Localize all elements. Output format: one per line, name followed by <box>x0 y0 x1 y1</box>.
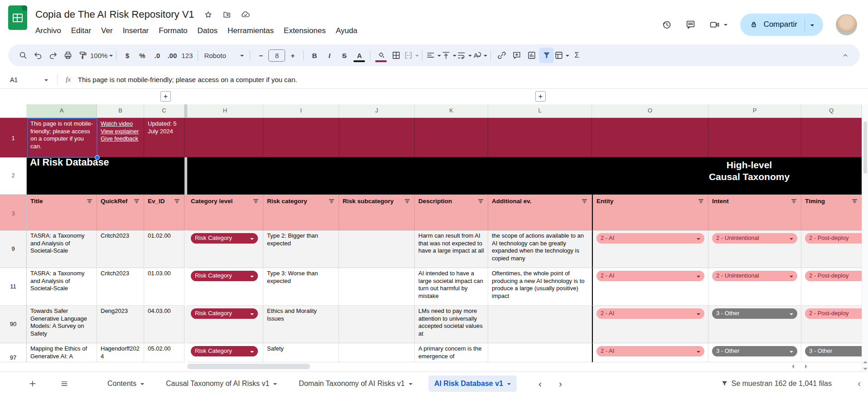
entity-chip[interactable]: 2 - AI <box>596 346 704 356</box>
cell-title[interactable]: TASRA: a Taxonomy and Analysis of Societ… <box>27 268 97 306</box>
font-size-input[interactable]: 8 <box>268 49 285 62</box>
insert-chart-button[interactable] <box>524 48 539 63</box>
share-button[interactable]: Compartir <box>740 14 823 36</box>
name-box-caret-icon[interactable] <box>44 79 48 83</box>
row-header-97[interactable]: 97 <box>0 343 27 362</box>
scroll-left-icon[interactable] <box>790 364 794 369</box>
filter-status[interactable]: Se muestran 162 de 1,041 filas <box>721 380 832 388</box>
cell-additional-ev[interactable]: Oftentimes, the whole point of producing… <box>488 268 592 306</box>
scroll-up-icon[interactable] <box>863 359 868 363</box>
comments-icon[interactable] <box>685 19 696 30</box>
menu-extensiones[interactable]: Extensiones <box>280 24 330 37</box>
horizontal-align-button[interactable] <box>426 48 441 63</box>
zoom-select[interactable]: 100% <box>90 48 113 63</box>
bold-button[interactable]: B <box>307 48 322 63</box>
filter-list-icon[interactable] <box>698 198 704 205</box>
row-header-3[interactable]: 3 <box>0 195 27 230</box>
cell-k1[interactable] <box>415 118 488 157</box>
tab-caret-icon[interactable] <box>273 383 277 387</box>
cell-q1[interactable] <box>801 118 862 157</box>
next-sheet-icon[interactable]: › <box>559 378 562 389</box>
cell-intent[interactable]: 2 - Unintentional <box>708 230 801 268</box>
tab-caret-icon[interactable] <box>409 383 412 387</box>
intent-chip[interactable]: 3 - Other <box>712 308 797 319</box>
header-title[interactable]: Title <box>27 195 97 230</box>
cell-description[interactable]: AI intended to have a large societal imp… <box>415 268 488 306</box>
row-header-1[interactable]: 1 <box>0 118 27 157</box>
entity-chip[interactable]: 2 - AI <box>596 308 704 319</box>
column-header-q[interactable]: Q <box>801 104 862 118</box>
menu-archivo[interactable]: Archivo <box>31 24 65 37</box>
version-history-icon[interactable] <box>661 19 672 30</box>
sheets-logo[interactable] <box>8 5 27 30</box>
functions-button[interactable]: Σ <box>569 48 584 63</box>
menu-insertar[interactable]: Insertar <box>119 24 153 37</box>
cloud-saved-icon[interactable] <box>241 10 250 20</box>
cell-category-level[interactable]: Risk Category <box>187 306 263 343</box>
decrease-font-size-button[interactable]: − <box>253 48 268 63</box>
add-sheet-icon[interactable] <box>28 379 37 388</box>
cell-timing[interactable]: 2 - Post-deploy <box>801 230 862 268</box>
increase-font-size-button[interactable]: + <box>285 48 300 63</box>
cell-additional-ev[interactable] <box>488 306 592 343</box>
share-caret-icon[interactable] <box>805 20 820 29</box>
category-level-chip[interactable]: Risk Category <box>191 346 258 356</box>
menu-ver[interactable]: Ver <box>97 24 117 37</box>
borders-button[interactable] <box>388 48 403 63</box>
cell-risk-subcategory[interactable] <box>339 268 415 306</box>
prev-sheet-icon[interactable]: ‹ <box>538 378 542 389</box>
cell-timing[interactable]: 2 - Post-deploy <box>801 268 862 306</box>
cell-title[interactable]: Towards Safer Generative Language Models… <box>27 306 97 343</box>
paint-format-button[interactable] <box>75 48 90 63</box>
cell-intent[interactable]: 3 - Other <box>708 306 801 343</box>
italic-button[interactable]: I <box>322 48 337 63</box>
cell-entity[interactable]: 2 - AI <box>592 306 708 343</box>
all-sheets-icon[interactable] <box>60 379 69 388</box>
menu-datos[interactable]: Datos <box>194 24 222 37</box>
cell-j1[interactable] <box>339 118 415 157</box>
tab-caret-icon[interactable] <box>141 383 144 387</box>
cell-timing[interactable]: 3 - Other <box>801 343 862 362</box>
cell-o1[interactable] <box>592 118 708 157</box>
cell-l1[interactable] <box>488 118 592 157</box>
filter-list-icon[interactable] <box>174 198 180 205</box>
cell-title[interactable]: TASRA: a Taxonomy and Analysis of Societ… <box>27 230 97 268</box>
header-description[interactable]: Description <box>415 195 488 230</box>
tab-contents[interactable]: Contents <box>102 375 150 392</box>
column-header-k[interactable]: K <box>415 104 488 118</box>
entity-chip[interactable]: 2 - AI <box>596 271 704 281</box>
expand-column-group-button[interactable]: + <box>160 91 171 102</box>
tab-domain-taxonomy[interactable]: Domain Taxonomy of AI Risks v1 <box>293 375 418 392</box>
watch-video-link[interactable]: Watch video <box>101 120 140 128</box>
cell-category-level[interactable]: Risk Category <box>187 268 263 306</box>
font-family-select[interactable]: Roboto <box>201 48 247 63</box>
filter-list-icon[interactable] <box>790 198 797 205</box>
cell-risk-subcategory[interactable] <box>339 306 415 343</box>
menu-herramientas[interactable]: Herramientas <box>223 24 278 37</box>
cell-timing[interactable]: 2 - Post-deploy <box>801 306 862 343</box>
cell-risk-category[interactable]: Type 2: Bigger than expected <box>263 230 339 268</box>
cell-category-level[interactable]: Risk Category <box>187 343 263 362</box>
header-entity[interactable]: Entity <box>592 195 708 230</box>
search-menus-button[interactable] <box>15 48 30 63</box>
collapse-panel-icon[interactable]: ‹ <box>858 378 861 389</box>
timing-chip[interactable]: 3 - Other <box>805 346 862 356</box>
column-header-j[interactable]: J <box>339 104 415 118</box>
cell-quickref[interactable]: Deng2023 <box>97 306 144 343</box>
cell-b1[interactable]: Watch video View explainer Give feedback <box>97 118 144 157</box>
tab-causal-taxonomy[interactable]: Causal Taxonomy of AI Risks v1 <box>160 375 283 392</box>
name-box[interactable]: A1 <box>7 76 53 83</box>
column-header-h[interactable]: H <box>187 104 263 118</box>
cell-quickref[interactable]: Hagendorff2024 <box>97 343 144 362</box>
timing-chip[interactable]: 2 - Post-deploy <box>805 271 862 281</box>
strikethrough-button[interactable]: S <box>337 48 352 63</box>
intent-chip[interactable]: 2 - Unintentional <box>712 271 797 281</box>
filter-list-icon[interactable] <box>133 198 140 205</box>
filter-list-icon[interactable] <box>581 198 588 205</box>
cell-quickref[interactable]: Critch2023 <box>97 268 144 306</box>
format-percent-button[interactable]: % <box>135 48 150 63</box>
create-filter-button[interactable] <box>539 48 554 63</box>
column-header-o[interactable]: O <box>592 104 708 118</box>
cell-a1[interactable]: This page is not mobile-friendly; please… <box>27 118 97 157</box>
cell-ev-id[interactable]: 01.02.00 <box>144 230 184 268</box>
